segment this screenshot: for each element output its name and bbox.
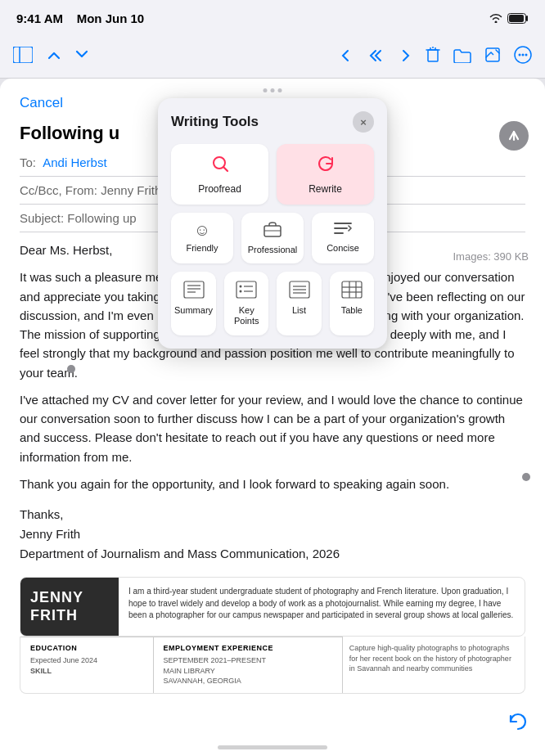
status-time: 9:41 AM [16, 11, 63, 25]
writing-tools-format-row: Summary KeyPoints [171, 272, 374, 335]
summary-label: Summary [174, 305, 213, 316]
svg-point-14 [522, 53, 525, 56]
email-paragraph-3: Thank you again for the opportunity, and… [20, 475, 525, 493]
cv-employment-detail: Capture high-quality photographs to phot… [342, 637, 525, 693]
rewrite-button[interactable]: Rewrite [277, 144, 374, 205]
friendly-icon: ☺ [194, 221, 210, 240]
summary-button[interactable]: Summary [171, 272, 216, 335]
professional-icon [263, 221, 282, 241]
key-points-button[interactable]: KeyPoints [224, 272, 268, 335]
sidebar-toggle-icon[interactable] [13, 47, 33, 68]
writing-tools-main-row: Proofread Rewrite [171, 144, 374, 205]
svg-rect-37 [342, 281, 362, 298]
subject-label: Subject: Following up [20, 211, 137, 225]
signature-name: Jenny Frith [20, 524, 525, 544]
cv-first-name: JENNY [30, 589, 109, 607]
concise-label: Concise [327, 243, 359, 254]
svg-rect-2 [13, 47, 33, 63]
list-label: List [292, 305, 306, 316]
status-time-date: 9:41 AM Mon Jun 10 [16, 11, 144, 25]
svg-line-10 [486, 52, 491, 57]
rewrite-icon [316, 154, 336, 178]
drag-dot-2 [271, 88, 275, 92]
key-points-label: KeyPoints [234, 305, 259, 326]
friendly-button[interactable]: ☺ Friendly [171, 213, 233, 263]
writing-tools-modal: Writing Tools × Proofread Rewrite [158, 98, 387, 349]
writing-tools-tone-row: ☺ Friendly Professional [171, 213, 374, 263]
drag-dot-1 [263, 88, 268, 92]
cv-education-section: EDUCATION Expected June 2024SKILL [20, 637, 154, 693]
battery-icon [507, 13, 529, 24]
cv-left-panel: JENNY FRITH [20, 578, 119, 636]
to-label: To: [20, 155, 36, 169]
send-button[interactable] [499, 121, 529, 151]
email-signature: Thanks, Jenny Frith Department of Journa… [20, 505, 525, 564]
signature-department: Department of Journalism and Mass Commun… [20, 544, 525, 564]
scroll-handle-top[interactable] [67, 365, 75, 373]
back-double-icon[interactable] [367, 47, 385, 68]
cv-attachment: JENNY FRITH I am a third-year student un… [20, 577, 525, 637]
summary-icon [182, 280, 205, 302]
concise-button[interactable]: Concise [312, 213, 374, 263]
forward-icon[interactable] [398, 47, 412, 68]
toolbar [0, 36, 545, 79]
scroll-handle-bottom[interactable] [522, 473, 530, 481]
to-value[interactable]: Andi Herbst [43, 155, 106, 169]
svg-point-15 [525, 53, 528, 56]
writing-tools-title: Writing Tools [171, 114, 259, 130]
rewrite-label: Rewrite [309, 183, 342, 195]
home-indicator [218, 745, 327, 749]
svg-rect-28 [236, 281, 256, 298]
cv-education-content: Expected June 2024SKILL [30, 655, 143, 676]
compose-icon[interactable] [484, 47, 501, 68]
list-button[interactable]: List [277, 272, 321, 335]
cv-bio: I am a third-year student undergraduate … [119, 578, 525, 636]
professional-button[interactable]: Professional [241, 213, 304, 263]
writing-tools-header: Writing Tools × [171, 111, 374, 133]
cv-employment-title: EMPLOYMENT EXPERIENCE [164, 644, 332, 652]
svg-rect-24 [184, 281, 204, 298]
cv-last-name: FRITH [30, 607, 109, 625]
status-bar: 9:41 AM Mon Jun 10 [0, 0, 545, 36]
cv-sections: EDUCATION Expected June 2024SKILL EMPLOY… [20, 637, 525, 694]
friendly-label: Friendly [186, 243, 218, 254]
cv-education-title: EDUCATION [30, 644, 143, 652]
svg-point-13 [519, 53, 521, 56]
concise-icon [334, 221, 352, 240]
drag-handle [263, 88, 282, 92]
images-info: Images: 390 KB [453, 250, 529, 263]
email-paragraph-2: I've attached my CV and cover letter for… [20, 390, 525, 466]
table-button[interactable]: Table [330, 272, 374, 335]
table-icon [340, 280, 363, 302]
closing: Thanks, [20, 505, 525, 524]
cv-employment-dates: SEPTEMBER 2021–PRESENTMAIN LIBRARYSAVANN… [164, 655, 332, 686]
svg-line-11 [491, 52, 493, 55]
drag-dot-3 [278, 88, 282, 92]
toolbar-right-actions [339, 46, 532, 69]
folder-icon[interactable] [453, 47, 471, 68]
status-indicators [489, 13, 529, 24]
svg-rect-1 [509, 15, 524, 22]
svg-line-18 [223, 167, 227, 171]
key-points-icon [235, 280, 258, 302]
cv-employment-section: EMPLOYMENT EXPERIENCE SEPTEMBER 2021–PRE… [154, 637, 342, 693]
status-date: Mon Jun 10 [77, 11, 145, 25]
proofread-label: Proofread [198, 183, 241, 195]
writing-tools-close-button[interactable]: × [353, 111, 374, 133]
table-label: Table [341, 305, 363, 316]
chevron-up-icon[interactable] [47, 47, 61, 68]
svg-point-29 [240, 286, 242, 288]
chevron-down-icon[interactable] [75, 47, 88, 68]
svg-rect-4 [428, 50, 438, 61]
professional-label: Professional [248, 245, 298, 255]
proofread-button[interactable]: Proofread [171, 144, 268, 205]
toolbar-left-actions [13, 47, 88, 68]
wifi-icon [489, 13, 502, 23]
more-icon[interactable] [514, 46, 532, 69]
undo-button[interactable] [507, 712, 529, 736]
trash-icon[interactable] [426, 47, 440, 68]
svg-point-31 [240, 290, 242, 293]
proofread-icon [210, 154, 230, 178]
cc-label: Cc/Bcc, From: Jenny Frith [20, 183, 161, 197]
back-icon[interactable] [339, 47, 354, 68]
